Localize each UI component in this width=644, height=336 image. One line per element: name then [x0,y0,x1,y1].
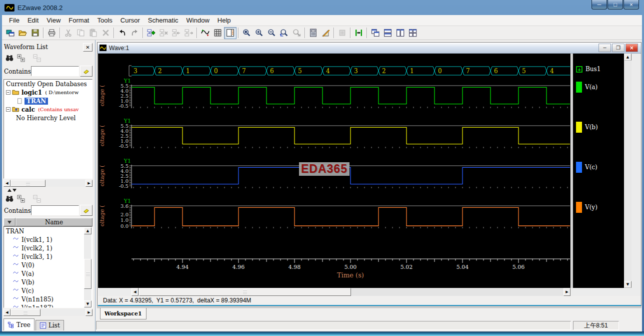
title-bar[interactable]: EZwave 2008.2 ─ □ × [0,0,644,15]
splitter-up-arrow[interactable] [8,189,12,192]
scroll-left-arrow[interactable]: ◀ [4,180,10,187]
menu-view[interactable]: View [42,16,64,25]
tree-item-tran[interactable]: TRAN [4,97,92,105]
signal-collapse-all-button[interactable] [33,195,41,205]
signal-list-item[interactable]: V(a) [4,269,92,278]
collapse-all-button[interactable] [33,54,41,64]
wave-window-title-bar[interactable]: Wave:1 ─ ❐ × [98,43,641,54]
measurement-button[interactable] [320,27,332,39]
tree-horizontal-scrollbar[interactable]: ◀▶ [4,180,92,187]
add-waveform-button[interactable] [145,27,158,39]
wave-close-button[interactable]: × [626,44,638,52]
legend-scrollbar[interactable]: ▲ ▼ [624,54,632,288]
legend-bus1[interactable]: +Bus1 [576,66,600,73]
scroll-right-arrow[interactable]: ▶ [86,180,92,187]
scroll-thumb[interactable] [10,309,40,316]
wave-minimize-button[interactable]: ─ [598,44,611,52]
signal-list[interactable]: TRANI(vclk1, 1)I(vclk2, 1)I(vclk3, 1)V(0… [4,226,92,308]
zoom-out-button[interactable] [266,27,278,39]
signal-list-item[interactable]: V(n1n185) [4,295,92,303]
tab-list[interactable]: List [36,320,64,330]
tab-tree[interactable]: Tree [4,318,34,330]
signal-list-item[interactable]: V(c) [4,286,92,295]
legend-scroll-down[interactable]: ▼ [624,281,632,288]
tile-horizontal-button[interactable] [382,27,394,39]
list-horizontal-scrollbar[interactable]: ◀▶ [4,309,92,316]
wave-scroll-thumb[interactable] [139,288,351,296]
signal-list-scrollbar[interactable]: ▲▼ [84,227,92,307]
maximize-button[interactable]: □ [608,0,623,10]
collapse-box-icon[interactable]: − [6,90,10,95]
legend-vb[interactable]: V(b) [576,122,598,133]
list-view-button[interactable] [212,27,224,39]
tree-item-no-hierarchy[interactable]: No Hierarchy Level [4,114,92,122]
menu-help[interactable]: Help [214,16,235,25]
minimize-button[interactable]: ─ [592,0,607,10]
scroll-thumb[interactable] [10,180,46,187]
zoom-previous-button[interactable] [278,27,290,39]
cursors-button[interactable] [352,27,365,39]
search-icon[interactable] [5,54,14,65]
wave-scroll-right[interactable]: ▶ [564,288,570,296]
splitter-down-arrow[interactable] [12,189,16,192]
menu-tools[interactable]: Tools [93,16,116,25]
menu-schematic[interactable]: Schematic [144,16,182,25]
signal-list-item[interactable]: V(0) [4,261,92,269]
workspace-tab[interactable]: Workspace1 [100,308,146,319]
waveform-view-button[interactable] [199,27,212,39]
legend-vy[interactable]: V(y) [576,202,598,213]
waveform-list-close-button[interactable]: ✕ [83,43,92,52]
signal-list-item[interactable]: I(vclk3, 1) [4,252,92,261]
new-waveform-window-button[interactable] [4,27,16,39]
signal-list-item[interactable]: V(b) [4,278,92,286]
database-name[interactable]: logic1 [22,89,42,96]
menu-window[interactable]: Window [182,16,214,25]
database-name[interactable]: calc [22,106,35,113]
database-tree[interactable]: Currently Open Databases−logic1( D:\ment… [4,79,92,179]
tile-windows-button[interactable] [406,27,419,39]
zoom-full-button[interactable] [240,27,253,39]
tree-database-logic1[interactable]: −logic1( D:\mentorw [4,88,92,97]
menu-file[interactable]: File [5,16,24,25]
panel-splitter[interactable] [4,188,92,193]
cascade-windows-button[interactable] [369,27,382,39]
menu-edit[interactable]: Edit [24,16,42,25]
signal-list-item[interactable]: V(n1n187) [4,303,92,308]
scroll-down-arrow[interactable]: ▼ [84,300,92,307]
menu-cursor[interactable]: Cursor [116,16,144,25]
wave-horizontal-scrollbar[interactable]: ◀ ▶ [132,288,570,296]
legend-va[interactable]: V(a) [576,82,598,93]
collapse-box-icon[interactable]: − [6,107,10,112]
bus-expand-icon[interactable]: + [576,66,582,73]
scroll-up-arrow[interactable]: ▲ [84,227,92,234]
toggle-waveform-list-button[interactable] [224,27,236,39]
menu-format[interactable]: Format [64,16,93,25]
signal-contains-input[interactable] [31,205,79,215]
contains-input[interactable] [31,66,79,76]
scroll-right-arrow[interactable]: ▶ [86,309,92,316]
signal-list-item[interactable]: I(vclk2, 1) [4,244,92,252]
undo-button[interactable] [116,27,128,39]
clear-filter-button[interactable] [80,66,92,77]
save-database-button[interactable] [29,27,42,39]
legend-scroll-up[interactable]: ▲ [624,54,632,61]
signal-expand-all-button[interactable] [17,195,25,205]
scroll-thumb[interactable] [84,259,92,289]
selected-tree-item[interactable]: TRAN [24,98,48,105]
calculator-button[interactable] [307,27,320,39]
close-button[interactable]: × [624,0,639,10]
name-column-header[interactable]: Name [16,218,92,226]
tile-vertical-button[interactable] [394,27,406,39]
wave-scroll-left[interactable]: ◀ [132,288,138,296]
scroll-left-arrow[interactable]: ◀ [4,309,10,316]
wave-restore-button[interactable]: ❐ [612,44,624,52]
legend-vc[interactable]: V(c) [576,162,598,173]
tree-database-calc[interactable]: −calc(Contains unsav [4,105,92,114]
signal-search-icon[interactable] [5,194,14,205]
column-dropdown-button[interactable] [4,218,16,226]
zoom-in-button[interactable] [253,27,266,39]
signal-list-item[interactable]: I(vclk1, 1) [4,235,92,244]
print-button[interactable] [46,27,58,39]
open-database-button[interactable] [16,27,29,39]
signal-clear-filter-button[interactable] [80,205,92,216]
